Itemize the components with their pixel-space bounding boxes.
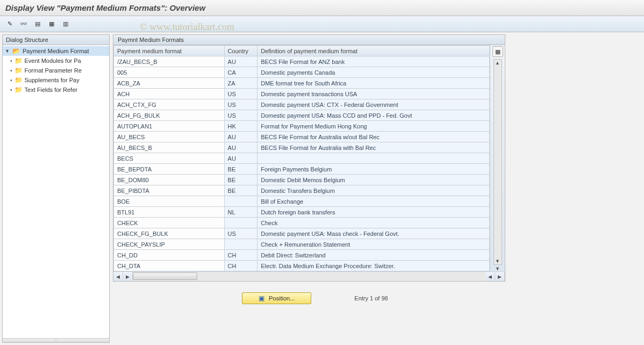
col-header-definition[interactable]: Definition of payment medium format (257, 46, 490, 56)
cell-definition[interactable]: BECS File Format for Australia with Bal … (257, 142, 490, 153)
cell-country[interactable]: BE (224, 164, 257, 175)
cell-format[interactable]: BE_PIBDTA (114, 185, 225, 196)
scroll-up-icon[interactable]: ▲ (495, 60, 500, 66)
cell-format[interactable]: CHECK (114, 218, 225, 228)
cell-country[interactable] (224, 239, 257, 250)
vertical-scrollbar[interactable]: ▲ ▼ (493, 59, 502, 265)
cell-definition[interactable]: Domestic payments Canada (257, 67, 490, 78)
cell-country[interactable]: BE (224, 175, 257, 185)
table-row[interactable]: BECSAU (114, 153, 490, 164)
toolbar-export-button[interactable]: ▦ (46, 19, 57, 30)
cell-definition[interactable]: Dutch foreign bank transfers (257, 207, 490, 218)
table-row[interactable]: AUTOPLAN1HKFormat for Payment Medium Hon… (114, 121, 490, 132)
table-row[interactable]: CHECK_PAYSLIPCheck + Remuneration Statem… (114, 239, 490, 250)
table-row[interactable]: /ZAU_BECS_BAUBECS File Format for ANZ ba… (114, 56, 490, 67)
table-row[interactable]: 005CADomestic payments Canada (114, 67, 490, 78)
cell-format[interactable]: /ZAU_BECS_B (114, 56, 225, 67)
cell-country[interactable]: US (224, 228, 257, 239)
cell-format[interactable]: CH_DD (114, 250, 225, 261)
table-row[interactable]: CHECKCheck (114, 218, 490, 228)
cell-country[interactable] (224, 218, 257, 228)
scroll-down2-icon[interactable]: ▼ (495, 266, 500, 271)
hscroll-right-icon[interactable]: ◀ (485, 272, 495, 281)
table-row[interactable]: ACB_ZAZADME format tree for South Africa (114, 78, 490, 89)
table-row[interactable]: BOEBill of Exchange (114, 196, 490, 207)
table-row[interactable]: CH_DTACHElectr. Data Medium Exchange Pro… (114, 261, 490, 271)
table-row[interactable]: BE_DOM80BEDomestic Debit Memos Belgium (114, 175, 490, 185)
cell-format[interactable]: ACH_FG_BULK (114, 110, 225, 121)
cell-definition[interactable]: Domestic payment USA: CTX - Federal Gove… (257, 99, 490, 110)
position-button[interactable]: ▣ Position... (242, 292, 311, 304)
cell-format[interactable]: ACB_ZA (114, 78, 225, 89)
cell-country[interactable]: HK (224, 121, 257, 132)
cell-format[interactable]: 005 (114, 67, 225, 78)
cell-definition[interactable]: Check (257, 218, 490, 228)
cell-format[interactable]: BOE (114, 196, 225, 207)
cell-country[interactable]: US (224, 110, 257, 121)
tree-item-supplements[interactable]: • 📁 Supplements for Pay (3, 75, 109, 85)
table-row[interactable]: CHECK_FG_BULKUSDomestic payment USA: Mas… (114, 228, 490, 239)
table-row[interactable]: BE_PIBDTABEDomestic Transfers Belgium (114, 185, 490, 196)
hscroll-right2-icon[interactable]: ▶ (495, 272, 505, 281)
tree-item-event-modules[interactable]: • 📁 Event Modules for Pa (3, 56, 109, 66)
tree-root-payment-medium-formats[interactable]: ▼ 📂 Payment Medium Format (3, 46, 109, 56)
table-row[interactable]: ACHUSDomestic payment transactions USA (114, 89, 490, 99)
cell-definition[interactable]: Bill of Exchange (257, 196, 490, 207)
cell-format[interactable]: BTL91 (114, 207, 225, 218)
cell-definition[interactable]: Debit Direct: Switzerland (257, 250, 490, 261)
cell-definition[interactable]: DME format tree for South Africa (257, 78, 490, 89)
cell-format[interactable]: BE_DOM80 (114, 175, 225, 185)
cell-format[interactable]: AUTOPLAN1 (114, 121, 225, 132)
cell-country[interactable]: AU (224, 153, 257, 164)
cell-definition[interactable]: Foreign Payments Belgium (257, 164, 490, 175)
table-row[interactable]: ACH_FG_BULKUSDomestic payment USA: Mass … (114, 110, 490, 121)
cell-definition[interactable] (257, 153, 490, 164)
cell-format[interactable]: BE_BEPDTA (114, 164, 225, 175)
cell-format[interactable]: AU_BECS_B (114, 142, 225, 153)
cell-country[interactable]: ZA (224, 78, 257, 89)
cell-format[interactable]: ACH_CTX_FG (114, 99, 225, 110)
col-header-country[interactable]: Country (224, 46, 257, 56)
table-settings-button[interactable]: ▦ (492, 46, 503, 57)
cell-format[interactable]: AU_BECS (114, 132, 225, 142)
cell-country[interactable]: US (224, 99, 257, 110)
cell-definition[interactable]: Format for Payment Medium Hong Kong (257, 121, 490, 132)
hscroll-left-icon[interactable]: ◀ (113, 272, 123, 281)
table-row[interactable]: AU_BECSAUBECS File Format for Australia … (114, 132, 490, 142)
cell-country[interactable]: AU (224, 56, 257, 67)
cell-country[interactable]: AU (224, 142, 257, 153)
cell-format[interactable]: BECS (114, 153, 225, 164)
toolbar-selectall-button[interactable]: ▤ (32, 19, 43, 30)
table-row[interactable]: CH_DDCHDebit Direct: Switzerland (114, 250, 490, 261)
cell-definition[interactable]: Domestic payment USA: Mass CCD and PPD -… (257, 110, 490, 121)
cell-country[interactable]: AU (224, 132, 257, 142)
chevron-down-icon[interactable]: ▼ (5, 48, 10, 54)
table-row[interactable]: AU_BECS_BAUBECS File Format for Australi… (114, 142, 490, 153)
cell-country[interactable]: BE (224, 185, 257, 196)
cell-definition[interactable]: Electr. Data Medium Exchange Procedure: … (257, 261, 490, 271)
toolbar-change-button[interactable]: ✎ (4, 19, 15, 30)
col-header-format[interactable]: Payment medium format (114, 46, 225, 56)
hscroll-track[interactable] (133, 272, 485, 281)
cell-country[interactable]: US (224, 89, 257, 99)
cell-country[interactable]: NL (224, 207, 257, 218)
hscroll-left2-icon[interactable]: ▶ (123, 272, 133, 281)
cell-country[interactable]: CH (224, 250, 257, 261)
cell-format[interactable]: ACH (114, 89, 225, 99)
cell-definition[interactable]: Domestic Transfers Belgium (257, 185, 490, 196)
sidebar-splitter[interactable]: ∷ (3, 338, 109, 342)
cell-definition[interactable]: Domestic payment transactions USA (257, 89, 490, 99)
cell-format[interactable]: CHECK_PAYSLIP (114, 239, 225, 250)
cell-definition[interactable]: Check + Remuneration Statement (257, 239, 490, 250)
cell-format[interactable]: CH_DTA (114, 261, 225, 271)
scroll-down-icon[interactable]: ▼ (495, 258, 500, 264)
hscroll-thumb[interactable] (133, 272, 197, 280)
tree-item-format-parameter[interactable]: • 📁 Format Parameter Re (3, 66, 109, 75)
cell-definition[interactable]: BECS File Format for ANZ bank (257, 56, 490, 67)
table-row[interactable]: BE_BEPDTABEForeign Payments Belgium (114, 164, 490, 175)
cell-definition[interactable]: Domestic Debit Memos Belgium (257, 175, 490, 185)
cell-country[interactable] (224, 196, 257, 207)
table-row[interactable]: ACH_CTX_FGUSDomestic payment USA: CTX - … (114, 99, 490, 110)
horizontal-scrollbar[interactable]: ◀ ▶ ◀ ▶ (113, 271, 505, 281)
table-row[interactable]: BTL91NLDutch foreign bank transfers (114, 207, 490, 218)
